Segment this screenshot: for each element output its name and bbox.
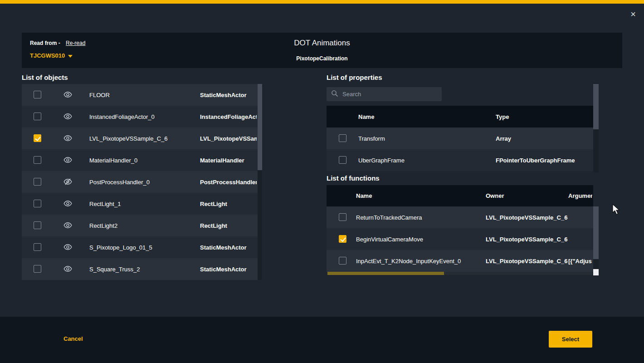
scrollbar-thumb[interactable] [327, 272, 444, 275]
properties-col-type: Type [496, 113, 509, 120]
properties-table-header: Name Type [327, 106, 593, 128]
object-name: S_Square_Truss_2 [89, 266, 140, 273]
functions-col-arguments: Arguments [568, 192, 592, 199]
object-type: InstancedFoliageActor [200, 113, 257, 120]
object-row[interactable]: RectLight2 RectLight [22, 215, 262, 236]
visibility-off-icon[interactable] [63, 178, 72, 187]
object-type: StaticMeshActor [200, 92, 257, 98]
property-type: FPointerToUberGraphFrame [496, 157, 575, 164]
close-icon[interactable]: × [628, 9, 639, 20]
object-row[interactable]: MaterialHandler_0 MaterialHandler [22, 149, 262, 171]
object-checkbox[interactable] [34, 113, 41, 120]
search-icon [331, 90, 338, 99]
function-row[interactable]: InpActEvt_T_K2Node_InputKeyEvent_0 LVL_P… [327, 250, 593, 272]
properties-search[interactable] [327, 87, 442, 101]
dialog-subtitle: PixotopeCalibration [22, 55, 622, 62]
object-name: PostProcessHandler_0 [89, 179, 150, 186]
property-checkbox[interactable] [339, 134, 346, 142]
functions-horizontal-scrollbar[interactable] [327, 272, 592, 275]
functions-heading: List of functions [327, 174, 380, 182]
property-name: UberGraphFrame [358, 157, 405, 164]
function-arguments: [{"Adjus [568, 258, 592, 265]
property-name: Transform [358, 135, 385, 142]
visibility-icon[interactable] [63, 157, 72, 165]
functions-col-name: Name [356, 192, 372, 199]
functions-col-owner: Owner [486, 192, 504, 199]
scrollbar-corner [593, 269, 599, 275]
visibility-icon[interactable] [63, 200, 72, 209]
object-name: InstancedFoliageActor_0 [89, 113, 155, 120]
mouse-cursor [612, 204, 620, 216]
objects-heading: List of objects [22, 74, 68, 81]
functions-table-header: Name Owner Arguments [327, 185, 593, 206]
functions-list: ReturnToTrackedCamera LVL_PixotopeVSSamp… [327, 206, 593, 272]
object-type: StaticMeshActor [200, 266, 257, 273]
object-row[interactable]: InstancedFoliageActor_0 InstancedFoliage… [22, 106, 262, 128]
object-row[interactable]: FLOOR StaticMeshActor [22, 84, 262, 106]
object-row[interactable]: S_Square_Truss_2 StaticMeshActor [22, 258, 262, 280]
visibility-icon[interactable] [63, 135, 72, 143]
object-type: LVL_PixotopeVSSample_C [200, 135, 257, 142]
object-row[interactable]: S_Pixotope_Logo_01_5 StaticMeshActor [22, 236, 262, 258]
properties-scrollbar[interactable] [593, 83, 599, 172]
object-checkbox[interactable] [34, 178, 41, 186]
object-name: S_Pixotope_Logo_01_5 [89, 244, 152, 251]
visibility-icon[interactable] [63, 265, 72, 274]
scrollbar-thumb[interactable] [593, 206, 599, 259]
property-type: Array [496, 135, 511, 142]
function-name: InpActEvt_T_K2Node_InputKeyEvent_0 [356, 258, 461, 265]
object-row[interactable]: PostProcessHandler_0 PostProcessHandler [22, 171, 262, 193]
visibility-icon[interactable] [63, 91, 72, 100]
object-checkbox[interactable] [34, 156, 41, 164]
functions-scrollbar[interactable] [593, 206, 599, 269]
function-owner: LVL_PixotopeVSSample_C_6 [486, 236, 567, 243]
function-row[interactable]: ReturnToTrackedCamera LVL_PixotopeVSSamp… [327, 206, 593, 228]
function-checkbox[interactable] [339, 235, 346, 243]
visibility-icon[interactable] [63, 244, 72, 252]
function-row[interactable]: BeginVirtualCameraMove LVL_PixotopeVSSam… [327, 228, 593, 250]
function-checkbox[interactable] [339, 213, 346, 221]
select-button[interactable]: Select [549, 331, 592, 348]
scrollbar-thumb[interactable] [593, 84, 599, 129]
object-checkbox[interactable] [34, 91, 41, 98]
objects-list: FLOOR StaticMeshActor InstancedFoliageAc… [22, 84, 262, 280]
object-type: MaterialHandler [200, 157, 257, 164]
object-row[interactable]: LVL_PixotopeVSSample_C_6 LVL_PixotopeVSS… [22, 128, 262, 149]
property-checkbox[interactable] [339, 156, 346, 164]
object-type: RectLight [200, 222, 257, 229]
object-checkbox[interactable] [34, 243, 41, 251]
objects-scrollbar[interactable] [258, 84, 262, 280]
property-row[interactable]: Transform Array [327, 128, 593, 149]
top-accent-bar [0, 0, 644, 4]
dialog-footer: Cancel Select [0, 317, 644, 363]
function-name: BeginVirtualCameraMove [356, 236, 423, 243]
visibility-icon[interactable] [63, 222, 72, 231]
properties-col-name: Name [358, 113, 374, 120]
visibility-icon[interactable] [63, 113, 72, 122]
properties-heading: List of properties [327, 74, 382, 81]
function-name: ReturnToTrackedCamera [356, 214, 422, 221]
object-checkbox[interactable] [34, 200, 41, 207]
object-checkbox[interactable] [34, 265, 41, 273]
object-checkbox[interactable] [34, 221, 41, 229]
property-row[interactable]: UberGraphFrame FPointerToUberGraphFrame [327, 149, 593, 171]
function-owner: LVL_PixotopeVSSample_C_6 [486, 214, 567, 221]
object-type: StaticMeshActor [200, 244, 257, 251]
object-row[interactable]: RectLight_1 RectLight [22, 193, 262, 215]
dialog-title: DOT Animations [22, 39, 622, 48]
object-name: RectLight_1 [89, 201, 121, 207]
object-type: PostProcessHandler [200, 179, 257, 186]
object-type: RectLight [200, 201, 257, 207]
object-name: LVL_PixotopeVSSample_C_6 [89, 135, 168, 142]
object-name: RectLight2 [89, 222, 117, 229]
dialog-header: Read from - Re-read TJCGWS010 DOT Animat… [22, 33, 622, 68]
search-input[interactable] [342, 91, 437, 98]
function-checkbox[interactable] [339, 257, 346, 265]
cancel-button[interactable]: Cancel [63, 335, 83, 342]
object-name: MaterialHandler_0 [89, 157, 137, 164]
object-checkbox[interactable] [34, 134, 41, 142]
scrollbar-thumb[interactable] [258, 84, 262, 170]
properties-list: Transform Array UberGraphFrame FPointerT… [327, 128, 593, 171]
function-owner: LVL_PixotopeVSSample_C_6 [486, 258, 567, 265]
object-name: FLOOR [89, 92, 110, 98]
